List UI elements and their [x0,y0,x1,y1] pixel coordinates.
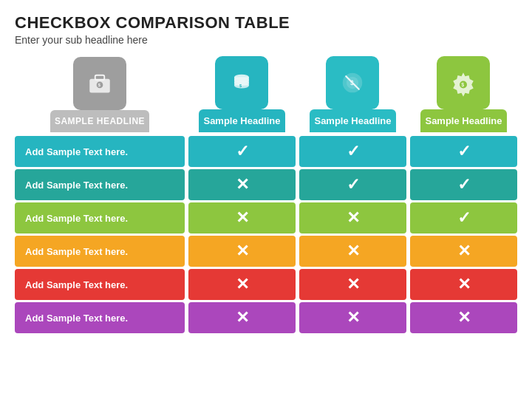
page: CHECKBOX COMPARISON TABLE Enter your sub… [0,0,532,399]
col2-icon-tab: $ [326,56,379,109]
page-title: CHECKBOX COMPARISON TABLE [15,13,517,33]
svg-rect-1 [95,75,105,80]
table-row: Add Sample Text here. [15,236,517,267]
table-row: Add Sample Text here. [15,269,517,300]
row6-label[interactable]: Add Sample Text here. [15,302,185,333]
col1-icon-tab: $ [215,56,268,109]
table-row: Add Sample Text here. [15,202,517,233]
svg-text:$: $ [98,82,101,87]
row1-label[interactable]: Add Sample Text here. [15,136,185,167]
row1-cell1 [188,136,296,167]
briefcase-money-icon: $ [85,69,115,98]
row4-cell1 [188,236,296,267]
comparison-table: $ SAMPLE HEADLINE [15,56,517,390]
table-row: Add Sample Text here. [15,136,517,167]
col3-icon-tab: $ [437,56,490,109]
page-subtitle: Enter your sub headline here [15,34,517,46]
row3-label[interactable]: Add Sample Text here. [15,202,185,233]
row6-cell2 [299,302,406,333]
col0-icon-tab: $ [73,57,126,110]
header-col-0: $ SAMPLE HEADLINE [15,57,185,132]
row5-cell1 [188,269,296,300]
header-row: $ SAMPLE HEADLINE [15,56,517,132]
table-row: Add Sample Text here. [15,302,517,333]
row6-cell1 [188,302,296,333]
row6-cell3 [410,302,517,333]
row3-cell1 [188,202,296,233]
row3-cell2 [299,202,406,233]
table-row: Add Sample Text here. [15,169,517,200]
row4-label[interactable]: Add Sample Text here. [15,236,185,267]
header-col-3: $ Sample Headline [410,56,517,132]
row2-label[interactable]: Add Sample Text here. [15,169,185,200]
gear-money-icon: $ [449,68,478,98]
svg-point-10 [234,83,249,89]
header-label-2: Sample Headline [310,109,395,132]
row3-cell3 [410,202,517,233]
header-col-1: $ Sample Headline [188,56,296,132]
header-label-1: Sample Headline [199,109,284,132]
row5-cell2 [299,269,406,300]
header-col-2: $ Sample Headline [299,56,406,132]
row1-cell2 [299,136,406,167]
row2-cell2 [299,169,406,200]
data-rows: Add Sample Text here. Add Sample Text he… [15,136,517,333]
row1-cell3 [410,136,517,167]
svg-text:$: $ [462,82,465,88]
row4-cell3 [410,236,517,267]
row2-cell3 [410,169,517,200]
coins-icon: $ [227,68,256,98]
header-label-3: Sample Headline [420,109,506,132]
row4-cell2 [299,236,406,267]
header-label-0: SAMPLE HEADLINE [50,110,149,132]
no-money-icon: $ [338,68,367,98]
row2-cell1 [188,169,296,200]
row5-cell3 [410,269,517,300]
row5-label[interactable]: Add Sample Text here. [15,269,185,300]
